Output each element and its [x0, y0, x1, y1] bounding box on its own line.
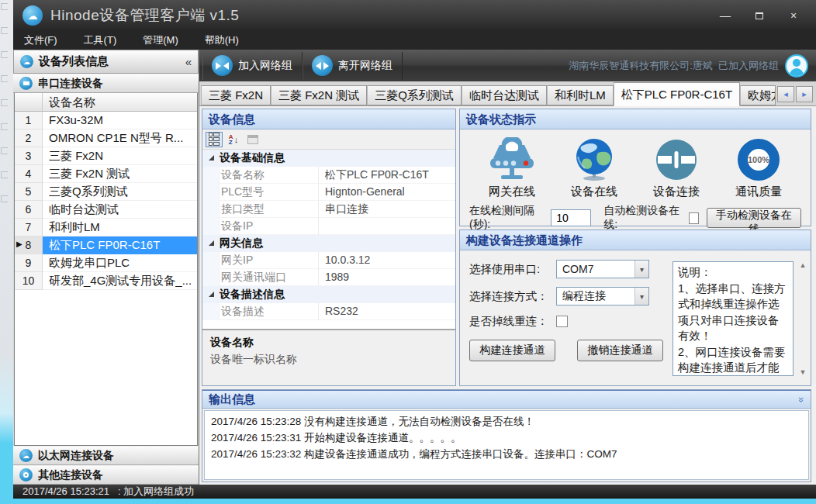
table-row-selected[interactable]: ▶8 松下PLC FP0R-C16T	[15, 236, 197, 254]
menu-file[interactable]: 文件(F)	[24, 33, 57, 47]
group-device-basic-info[interactable]: 设备基础信息	[202, 150, 455, 167]
property-row[interactable]: 设备IP	[202, 218, 455, 235]
table-row[interactable]: 2OMRON CP1E N型号 R...	[15, 129, 197, 147]
menu-help[interactable]: 帮助(H)	[205, 33, 239, 47]
group-device-description-info[interactable]: 设备描述信息	[202, 286, 455, 303]
tab-scroll-left-icon[interactable]: ◂	[777, 86, 794, 102]
manual-detect-button[interactable]: 手动检测设备在线	[707, 208, 801, 228]
globe-icon	[557, 136, 631, 184]
device-info-panel: 设备信息 AZ↓ 设备基础信息 设备名称松下PLC FP0R-C16T P	[202, 109, 456, 386]
sidebar-collapse-icon[interactable]: «	[185, 55, 192, 68]
tab-mitsubishi-fx2n[interactable]: 三菱 Fx2N	[201, 85, 271, 105]
property-pages-button	[244, 132, 261, 147]
scroll-down-icon[interactable]: ▼	[800, 368, 807, 376]
reconnect-checkbox[interactable]	[556, 316, 568, 327]
table-row[interactable]: 10研发部_4G测试专用设备_...	[15, 272, 197, 290]
main-toolbar: 加入网络组 离开网络组 湖南华辰智通科技有限公司:唐斌 已加入网络组	[199, 50, 816, 81]
auto-detect-checkbox[interactable]	[689, 212, 700, 224]
log-line: 2017/4/26 15:23:31 开始构建设备连接通道。。。。。	[211, 430, 802, 446]
device-list-icon: ☁	[20, 55, 33, 68]
tab-mitsubishi-fx2n-test[interactable]: 三菱 Fx2N 测试	[271, 85, 367, 105]
tab-mitsubishi-q-test[interactable]: 三菱Q系列测试	[367, 85, 462, 105]
menu-bar: 文件(F) 工具(T) 管理(M) 帮助(H)	[13, 31, 816, 50]
note-scrollbar: ▲ ▼	[797, 261, 808, 376]
app-logo-cloud-icon: ☁	[22, 5, 43, 26]
leave-network-icon	[312, 55, 333, 76]
tab-panasonic-fp0r-active[interactable]: 松下PLC FP0R-C16T	[614, 82, 740, 106]
quality-ring-icon: 100%	[738, 139, 780, 181]
other-connection-icon	[19, 468, 33, 482]
auto-detect-label: 自动检测设备在线:	[603, 204, 683, 232]
maximize-icon	[755, 12, 763, 19]
reconnect-label: 是否掉线重连：	[469, 314, 556, 329]
property-grid-toolbar: AZ↓	[202, 129, 455, 150]
table-row[interactable]: 6临时台达测试	[15, 201, 197, 219]
dropdown-arrow-icon: ▾	[634, 288, 648, 305]
device-info-title: 设备信息	[202, 109, 455, 129]
background-window-sliver	[0, 0, 13, 504]
table-row[interactable]: 5三菱Q系列测试	[15, 183, 197, 201]
instructions-note: 说明： 1、选择串口、连接方式和掉线重连操作选项只对串口连接设备有效！ 2、网口…	[673, 261, 794, 376]
property-row[interactable]: 接口类型串口连接	[202, 201, 455, 218]
serial-port-dropdown[interactable]: COM7 ▾	[556, 260, 649, 278]
close-button[interactable]: ×	[785, 9, 802, 22]
revoke-channel-button[interactable]: 撤销连接通道	[577, 340, 663, 361]
build-channel-panel: 构建设备连接通道操作 选择使用串口: COM7 ▾ 选择连接方式：	[459, 230, 811, 386]
property-row[interactable]: 网关IP10.0.3.12	[202, 252, 455, 269]
output-collapse-icon[interactable]: »	[796, 396, 807, 402]
join-network-group-button[interactable]: 加入网络组	[202, 52, 303, 80]
log-line: 2017/4/26 15:23:28 没有构建连接通道，无法自动检测设备是否在线…	[211, 413, 802, 430]
join-network-icon	[212, 55, 233, 76]
table-row[interactable]: 7和利时LM	[15, 219, 197, 236]
scroll-up-icon[interactable]: ▲	[800, 261, 807, 269]
property-row[interactable]: 网关通讯端口1989	[202, 269, 455, 286]
section-ethernet-devices[interactable]: ☁ 以太网连接设备	[13, 446, 199, 465]
property-row[interactable]: PLC型号Hignton-General	[202, 184, 455, 201]
device-status-title: 设备状态指示	[460, 109, 811, 129]
app-window: ☁ Hinode设备管理客户端 v1.5 — × 文件(F) 工具(T) 管理(…	[13, 0, 816, 499]
section-serial-devices[interactable]: 串口连接设备	[13, 74, 199, 93]
status-bar-text: 2017/4/26 15:23:21 : 加入网络组成功	[22, 485, 194, 499]
menu-manage[interactable]: 管理(M)	[143, 33, 178, 47]
minimize-button[interactable]: —	[717, 9, 734, 22]
device-status-panel: 设备状态指示	[459, 109, 811, 226]
property-row[interactable]: 设备名称松下PLC FP0R-C16T	[202, 167, 455, 184]
ethernet-icon: ☁	[19, 449, 33, 462]
section-other-devices[interactable]: 其他连接设备	[13, 465, 199, 485]
window-title: Hinode设备管理客户端 v1.5	[50, 5, 239, 26]
interval-input[interactable]	[551, 209, 591, 226]
device-tab-strip: 三菱 Fx2N 三菱 Fx2N 测试 三菱Q系列测试 临时台达测试 和利时LM …	[199, 81, 816, 106]
dropdown-arrow-icon: ▾	[634, 261, 648, 278]
selected-row-marker-icon: ▶	[16, 240, 22, 248]
alphabetical-sort-button[interactable]: AZ↓	[225, 132, 242, 147]
tab-omron[interactable]: 欧姆龙	[740, 85, 776, 105]
output-panel: 输出信息 » 2017/4/26 15:23:28 没有构建连接通道，无法自动检…	[202, 389, 811, 482]
table-row[interactable]: 4三菱 Fx2N 测试	[15, 165, 197, 183]
connect-mode-dropdown[interactable]: 编程连接 ▾	[556, 287, 649, 306]
indicator-device-online: 设备在线	[557, 136, 631, 199]
plug-connection-icon	[639, 136, 714, 184]
group-gateway-info[interactable]: 网关信息	[202, 235, 455, 252]
tab-delta-temp-test[interactable]: 临时台达测试	[462, 85, 547, 105]
table-row[interactable]: 9欧姆龙串口PLC	[15, 254, 197, 272]
tab-hollysys-lm[interactable]: 和利时LM	[547, 85, 614, 105]
menu-tools[interactable]: 工具(T)	[84, 33, 117, 47]
maximize-button[interactable]	[751, 9, 768, 22]
tab-scroll-right-icon[interactable]: ▸	[796, 86, 813, 102]
leave-network-group-button[interactable]: 离开网络组	[303, 52, 403, 80]
output-title: 输出信息	[209, 392, 255, 407]
table-row[interactable]: 3三菱 Fx2N	[15, 147, 197, 165]
user-avatar[interactable]	[785, 54, 808, 78]
column-device-name: 设备名称	[43, 93, 197, 112]
sidebar-header: ☁ 设备列表信息 «	[13, 50, 199, 74]
indicator-gateway-online: 网关在线	[475, 136, 549, 199]
account-status-text: 湖南华辰智通科技有限公司:唐斌 已加入网络组	[569, 59, 779, 73]
status-bar: 2017/4/26 15:23:21 : 加入网络组成功	[13, 485, 816, 499]
build-channel-button[interactable]: 构建连接通道	[469, 340, 555, 361]
serial-port-icon	[19, 77, 33, 90]
output-log-area: 2017/4/26 15:23:28 没有构建连接通道，无法自动检测设备是否在线…	[204, 410, 809, 480]
table-row[interactable]: 1FX3u-32M	[15, 112, 197, 129]
categorized-view-button[interactable]	[206, 132, 223, 147]
property-row[interactable]: 设备描述RS232	[202, 303, 455, 320]
build-channel-title: 构建设备连接通道操作	[460, 230, 811, 250]
